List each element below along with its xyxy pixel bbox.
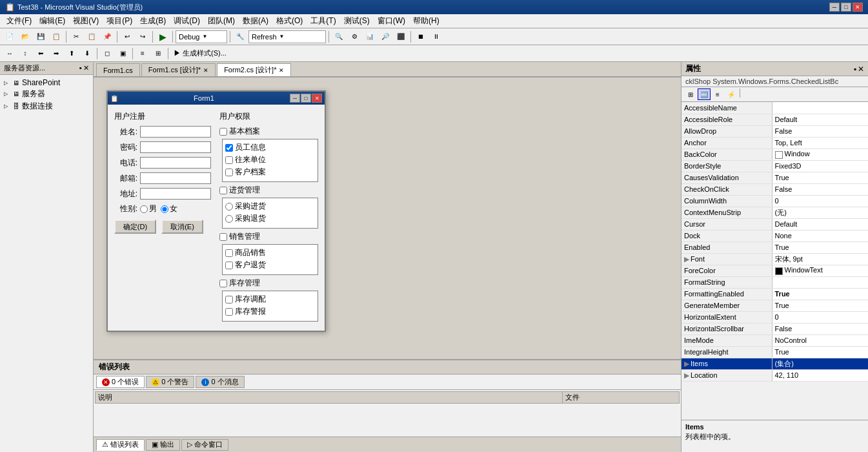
property-row[interactable]: ImeModeNoControl [681,334,868,346]
property-row[interactable]: AnchorTop, Left [681,137,868,149]
tb-icon8[interactable]: ⏸ [429,30,443,43]
maximize-button[interactable]: □ [841,3,851,12]
property-row[interactable]: GenerateMemberTrue [681,300,868,311]
tb-icon2[interactable]: 🔍 [332,30,346,43]
prop-tb-sort-category[interactable]: ⊞ [684,88,697,100]
sidebar-close-icon[interactable]: ✕ [83,64,89,72]
tb-icon5[interactable]: 🔎 [378,30,392,43]
password-input[interactable] [140,141,211,153]
property-row[interactable]: ▶Items(集合) [681,358,868,369]
cb-sales-goods[interactable] [225,249,233,257]
address-input[interactable] [140,188,211,200]
menu-edit[interactable]: 编辑(E) [35,14,69,28]
close-button[interactable]: ✕ [853,3,863,12]
tab-form2design-close[interactable]: ✕ [279,67,284,74]
property-value[interactable]: True [772,346,868,358]
rb-purchase-in[interactable] [225,203,233,211]
property-value[interactable]: True [772,288,868,300]
property-value[interactable]: 宋体, 9pt [772,253,868,265]
property-value[interactable]: Top, Left [772,137,868,149]
bottom-tab-errors[interactable]: ⚠ 错误列表 [96,439,145,451]
prop-tb-sort-alpha[interactable]: 🔤 [698,88,711,100]
tb2-btn5[interactable]: ⬆ [65,47,79,60]
form1-close[interactable]: ✕ [312,94,322,103]
property-row[interactable]: EnabledTrue [681,241,868,253]
tb-save[interactable]: 💾 [34,30,48,43]
rb-purchase-out[interactable] [225,215,233,223]
generate-label[interactable]: ▶ 生成样式(S)... [171,48,229,58]
menu-data[interactable]: 数据(A) [239,14,272,28]
property-row[interactable]: BorderStyleFixed3D [681,160,868,172]
tb-undo[interactable]: ↩ [120,30,134,43]
property-row[interactable]: CursorDefault [681,218,868,230]
property-value[interactable]: 0 [772,195,868,207]
property-value[interactable]: False [772,125,868,137]
property-row[interactable]: ColumnWidth0 [681,195,868,207]
property-row[interactable]: AllowDropFalse [681,125,868,137]
cb-customer[interactable] [225,169,233,176]
property-row[interactable]: IntegralHeightTrue [681,346,868,358]
property-value[interactable]: Fixed3D [772,160,868,172]
property-value[interactable]: (无) [772,207,868,218]
property-row[interactable]: HorizontalScrollbarFalse [681,323,868,334]
sidebar-item-dataconnection[interactable]: ▷ 🗄 数据连接 [3,100,90,112]
sidebar-pin[interactable]: ▪ [79,64,82,72]
bottom-tab-output[interactable]: ▣ 输出 [146,439,180,451]
property-value[interactable]: WindowText [772,265,868,276]
sidebar-item-sharepoint[interactable]: ▷ 🖥 SharePoint [3,77,90,88]
cancel-button[interactable]: 取消(E) [161,220,203,234]
property-value[interactable]: Window [772,149,868,160]
sidebar-item-server[interactable]: ▷ 🖥 服务器 [3,88,90,100]
radio-male[interactable] [140,205,148,213]
property-row[interactable]: ContextMenuStrip(无) [681,207,868,218]
prop-close-icon[interactable]: ✕ [858,65,864,74]
property-value[interactable]: False [772,183,868,195]
message-count-tab[interactable]: i 0 个消息 [196,376,244,388]
property-value[interactable]: True [772,172,868,183]
form1-min[interactable]: ─ [290,94,300,103]
property-value[interactable]: None [772,230,868,241]
tb-icon4[interactable]: 📊 [363,30,377,43]
property-value[interactable]: 0 [772,311,868,323]
properties-scroll[interactable]: AccessibleNameAccessibleRoleDefaultAllow… [681,102,868,420]
property-value[interactable]: Default [772,114,868,125]
property-row[interactable]: FormattingEnabledTrue [681,288,868,300]
tb-icon6[interactable]: ⬛ [394,30,408,43]
menu-view[interactable]: 视图(V) [69,14,103,28]
bottom-tab-command[interactable]: ▷ 命令窗口 [181,439,228,451]
debug-config-dropdown[interactable]: Debug ▼ [176,30,227,43]
property-row[interactable]: AccessibleName [681,102,868,114]
tb2-btn4[interactable]: ➡ [49,47,63,60]
tb2-btn1[interactable]: ↔ [3,47,17,60]
tb2-btn3[interactable]: ⬅ [34,47,48,60]
minimize-button[interactable]: ─ [829,3,840,12]
cb-inventory-adjust[interactable] [225,296,233,303]
tb2-btn2[interactable]: ↕ [18,47,32,60]
tb-cut[interactable]: ✂ [69,30,83,43]
property-row[interactable]: ▶Font宋体, 9pt [681,253,868,265]
tab-form1design-close[interactable]: ✕ [203,67,208,74]
tb-open[interactable]: 📂 [18,30,32,43]
form1-max[interactable]: □ [301,94,311,103]
cb-sales-return[interactable] [225,262,233,269]
radio-female[interactable] [161,205,168,213]
cb-inventory-mgmt[interactable] [219,280,227,287]
property-row[interactable]: BackColorWindow [681,149,868,160]
cb-basic[interactable] [219,128,227,136]
menu-build[interactable]: 生成(B) [136,14,170,28]
property-value[interactable] [772,276,868,288]
warning-count-tab[interactable]: ⚠ 0 个警告 [146,376,194,388]
menu-test[interactable]: 测试(S) [340,14,374,28]
confirm-button[interactable]: 确定(D) [114,220,156,234]
tb-new[interactable]: 📄 [3,30,17,43]
prop-tb-properties[interactable]: ≡ [711,88,724,100]
phone-input[interactable] [140,157,211,169]
property-value[interactable]: (集合) [772,358,868,369]
menu-file[interactable]: 文件(F) [3,14,35,28]
tab-form2-design[interactable]: Form2.cs [设计]* ✕ [217,63,291,76]
menu-team[interactable]: 团队(M) [204,14,239,28]
tb-save-all[interactable]: 📋 [49,30,63,43]
property-value[interactable]: 42, 110 [772,369,868,381]
email-input[interactable] [140,172,211,184]
property-row[interactable]: CausesValidationTrue [681,172,868,183]
